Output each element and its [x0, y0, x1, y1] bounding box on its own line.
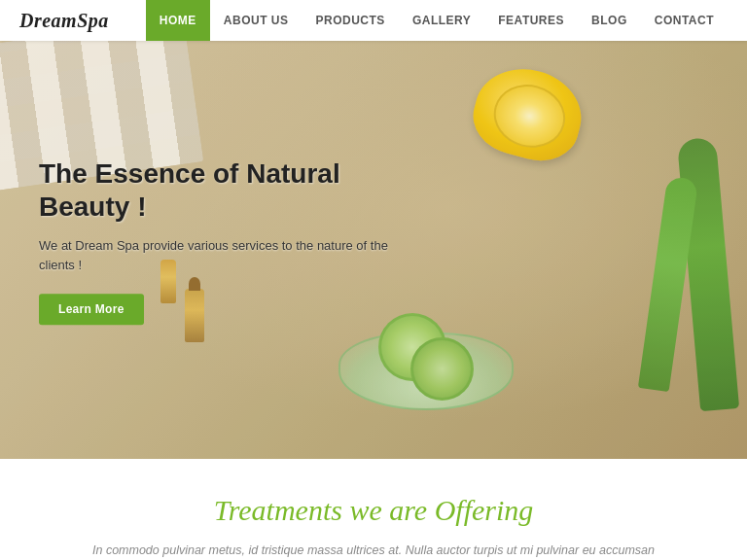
hero-content: The Essence of Natural Beauty ! We at Dr… [39, 158, 409, 325]
nav-link-home[interactable]: HOME [146, 0, 210, 41]
nav-item-features[interactable]: FEATURES [484, 0, 578, 41]
treatments-title: Treatments we are Offering [58, 494, 689, 527]
nav-link-contact[interactable]: CONTACT [641, 0, 728, 41]
nav-item-gallery[interactable]: GALLERY [399, 0, 484, 41]
nav-link-gallery[interactable]: GALLERY [399, 0, 484, 41]
nav-link-features[interactable]: FEATURES [484, 0, 578, 41]
nav-item-contact[interactable]: CONTACT [641, 0, 728, 41]
navbar: DreamSpa HOME ABOUT US PRODUCTS GALLERY … [0, 0, 747, 41]
brand-logo[interactable]: DreamSpa [19, 10, 109, 32]
treatments-description: In commodo pulvinar metus, id tristique … [91, 541, 656, 560]
learn-more-button[interactable]: Learn More [39, 294, 144, 325]
nav-links: HOME ABOUT US PRODUCTS GALLERY FEATURES … [146, 0, 728, 41]
nav-link-about[interactable]: ABOUT US [210, 0, 302, 41]
hero-section: The Essence of Natural Beauty ! We at Dr… [0, 41, 747, 459]
hero-subtitle: We at Dream Spa provide various services… [39, 236, 409, 274]
nav-link-blog[interactable]: BLOG [578, 0, 641, 41]
hero-title: The Essence of Natural Beauty ! [39, 158, 409, 223]
nav-item-blog[interactable]: BLOG [578, 0, 641, 41]
nav-item-about[interactable]: ABOUT US [210, 0, 302, 41]
treatments-section: Treatments we are Offering In commodo pu… [0, 459, 747, 560]
nav-item-home[interactable]: HOME [146, 0, 210, 41]
nav-link-products[interactable]: PRODUCTS [302, 0, 399, 41]
nav-item-products[interactable]: PRODUCTS [302, 0, 399, 41]
